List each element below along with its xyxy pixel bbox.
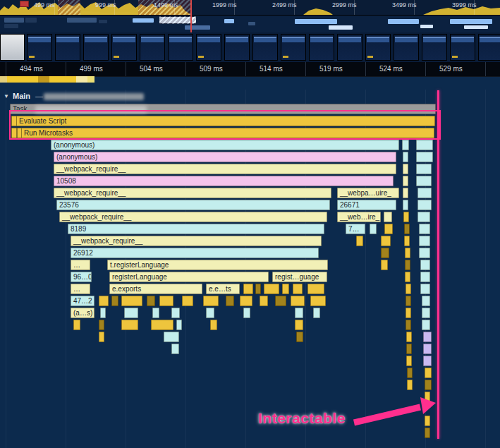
flame-frame[interactable]	[291, 296, 305, 306]
flame-frame[interactable]	[405, 272, 410, 282]
flame-frame[interactable]	[423, 332, 432, 342]
flame-frame[interactable]	[425, 392, 430, 402]
flame-frame[interactable]	[422, 296, 430, 306]
flame-frame[interactable]: 7…	[346, 224, 365, 234]
flame-frame[interactable]	[416, 176, 432, 186]
flame-frame[interactable]	[406, 284, 411, 294]
flame-frame[interactable]	[182, 296, 193, 306]
flame-frame[interactable]	[405, 260, 410, 270]
flame-frame[interactable]	[417, 212, 430, 222]
flame-frame[interactable]	[121, 296, 142, 306]
flame-frame[interactable]	[425, 428, 430, 438]
flame-frame[interactable]	[384, 212, 392, 222]
flame-frame[interactable]: __webpack_require__	[54, 164, 396, 174]
network-request-bar[interactable]	[420, 25, 433, 28]
flame-frame[interactable]	[100, 308, 106, 318]
flame-frame[interactable]: registerLanguage	[109, 272, 269, 282]
flame-frame[interactable]: (anonymous)	[51, 140, 399, 150]
filmstrip-thumbnail[interactable]	[0, 34, 25, 61]
flame-frame[interactable]: 26671	[337, 200, 396, 210]
timeline-ruler[interactable]: 494 ms499 ms504 ms509 ms514 ms519 ms524 …	[0, 62, 500, 77]
flame-frame[interactable]	[420, 260, 430, 270]
flame-frame[interactable]	[206, 308, 214, 318]
flame-frame[interactable]	[243, 308, 250, 318]
flame-frame[interactable]	[422, 320, 430, 330]
flame-frame[interactable]	[403, 164, 408, 174]
flame-frame[interactable]	[152, 308, 159, 318]
flame-frame[interactable]	[425, 368, 432, 378]
flame-frame[interactable]	[417, 200, 432, 210]
filmstrip-thumbnail[interactable]	[196, 34, 221, 61]
flame-frame[interactable]	[171, 344, 179, 354]
flame-frame[interactable]	[275, 296, 286, 306]
flame-frame[interactable]	[282, 284, 289, 294]
flame-frame[interactable]	[423, 344, 432, 354]
flame-frame[interactable]	[406, 296, 411, 306]
flame-frame[interactable]: 23576	[56, 200, 330, 210]
flame-frame[interactable]	[384, 224, 393, 234]
filmstrip-thumbnail[interactable]	[83, 34, 109, 61]
network-request-bar[interactable]	[25, 18, 37, 23]
flame-frame[interactable]	[406, 356, 412, 366]
flame-frame[interactable]	[405, 248, 410, 258]
network-request-bar[interactable]	[388, 19, 419, 24]
flame-frame[interactable]	[240, 296, 252, 306]
flame-frame[interactable]	[296, 332, 303, 342]
network-request-bar[interactable]	[4, 18, 24, 23]
flame-frame[interactable]	[402, 140, 409, 150]
flame-frame[interactable]	[99, 296, 109, 306]
flame-frame[interactable]	[403, 200, 408, 210]
flame-frame[interactable]	[419, 248, 430, 258]
flame-frame[interactable]	[159, 296, 173, 306]
filmstrip-thumbnail[interactable]	[168, 34, 193, 61]
flame-frame[interactable]	[406, 320, 411, 330]
flame-frame[interactable]	[403, 152, 408, 162]
flame-frame[interactable]	[255, 284, 261, 294]
flame-frame[interactable]	[403, 212, 409, 222]
flame-frame[interactable]	[295, 308, 303, 318]
flame-frame[interactable]	[420, 284, 430, 294]
flame-frame[interactable]	[381, 260, 388, 270]
network-request-bar[interactable]	[329, 25, 353, 30]
filmstrip-thumbnail[interactable]	[27, 34, 52, 61]
flame-frame[interactable]	[264, 284, 279, 294]
flame-frame[interactable]: __webpack_require__	[59, 212, 327, 222]
flame-frame[interactable]	[423, 356, 432, 366]
flame-frame[interactable]: __webpa…uire_	[337, 188, 399, 198]
filmstrip-thumbnail[interactable]	[55, 34, 80, 61]
flame-frame[interactable]	[293, 284, 303, 294]
flame-frame[interactable]: __webpack_require__	[54, 188, 331, 198]
flame-frame[interactable]	[416, 164, 432, 174]
flame-frame[interactable]	[124, 308, 138, 318]
flame-frame[interactable]	[406, 308, 411, 318]
filmstrip-thumbnail[interactable]	[450, 34, 475, 61]
flame-frame[interactable]	[176, 320, 182, 330]
flame-frame[interactable]	[295, 320, 303, 330]
flame-frame[interactable]	[407, 368, 413, 378]
filmstrip-thumbnail[interactable]	[337, 34, 362, 61]
flame-frame[interactable]: e.e…ts	[206, 284, 240, 294]
filmstrip-thumbnail[interactable]	[252, 34, 278, 61]
flame-frame[interactable]: 47…2	[71, 296, 94, 306]
flame-frame[interactable]	[416, 152, 433, 162]
flame-frame[interactable]: …	[71, 260, 90, 270]
flame-frame[interactable]	[171, 308, 180, 318]
filmstrip-thumbnail[interactable]	[140, 34, 165, 61]
flame-frame[interactable]	[121, 320, 138, 330]
filmstrip-thumbnail[interactable]	[309, 34, 334, 61]
flame-frame[interactable]	[425, 380, 432, 390]
flame-frame[interactable]	[403, 188, 408, 198]
flame-frame[interactable]	[111, 296, 118, 306]
flame-frame[interactable]	[307, 284, 324, 294]
filmstrip-thumbnail[interactable]	[224, 34, 250, 61]
flame-frame[interactable]	[381, 248, 389, 258]
flame-frame[interactable]	[260, 296, 268, 306]
filmstrip-thumbnail[interactable]	[365, 34, 391, 61]
flame-frame[interactable]: 10508	[54, 176, 394, 186]
flame-frame[interactable]: __web…ire_	[337, 212, 381, 222]
flame-frame[interactable]	[407, 380, 413, 390]
flame-frame[interactable]	[99, 332, 104, 342]
flame-frame[interactable]	[370, 224, 377, 234]
flame-frame[interactable]	[419, 224, 430, 234]
flame-frame[interactable]	[406, 344, 412, 354]
